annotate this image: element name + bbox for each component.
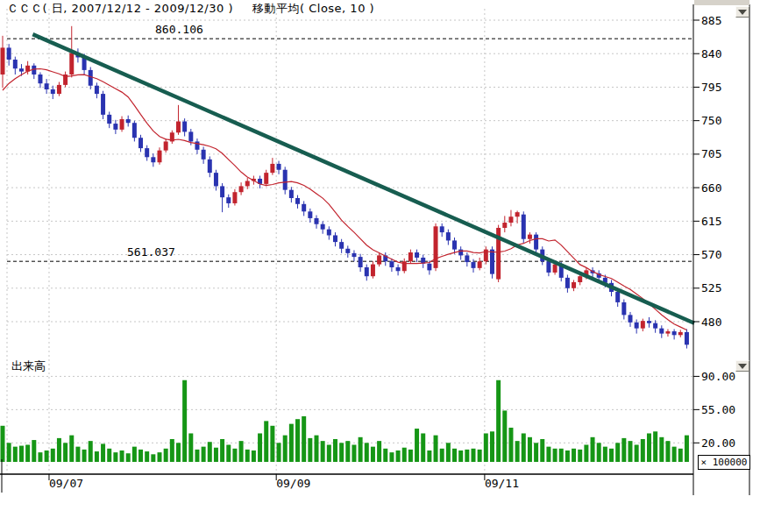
volume-bar [522,433,526,462]
volume-bar [647,433,651,462]
volume-bar [534,443,538,462]
volume-axis-label: 20.00 [701,437,735,449]
moving-average-line [3,69,686,330]
volume-bar [415,429,419,462]
volume-bar [158,452,162,462]
price-axis-label: 705 [701,148,721,160]
candle-body [321,224,325,230]
volume-bar [232,449,237,462]
volume-bar [132,447,137,462]
candle-body [678,332,683,335]
volume-bar [107,449,111,462]
candle-body [333,235,337,242]
candle-body [132,123,137,138]
volume-bar [283,436,288,462]
volume-bar [75,447,80,462]
volume-bar [321,441,325,462]
volume-bar [327,444,331,462]
candle-body [572,282,576,288]
volume-bar [151,454,155,462]
volume-bar [245,450,250,462]
volume-bar [496,380,501,462]
candle-body [176,122,181,133]
volume-bar [170,439,174,462]
candle-body [89,70,93,86]
volume-bar [63,443,67,462]
volume-bar [446,443,451,462]
date-axis-label: 09/07 [49,478,83,489]
candle-body [621,302,626,315]
volume-bar [434,436,438,462]
volume-bar [371,447,375,462]
axes-frame [0,4,749,495]
candle-body [7,47,11,60]
candle-body [659,329,664,334]
triangle-down-icon [738,10,747,15]
candle-body [120,119,124,130]
candle-body [220,186,224,197]
volume-bar [383,449,387,462]
candle-body [434,226,438,268]
gridlines [7,9,693,474]
price-axis-label: 615 [701,216,721,227]
volume-bar [578,450,582,462]
candle-body [151,157,155,162]
alert-line-label: 561.037 [127,246,175,258]
candle-body [308,211,312,218]
price-axis-label: 840 [701,48,721,60]
candle-body [377,255,381,264]
candle-body [578,276,582,282]
candle-body [452,240,457,249]
candle-body [245,181,250,186]
volume-bar [685,436,689,462]
candle-body [665,331,670,334]
volume-bar [277,443,281,462]
volume-bar [653,431,657,462]
volume-bar [672,447,677,462]
volume-axis-label: 55.00 [701,404,735,415]
volume-bar [472,449,476,462]
candle-body [528,235,532,239]
candle-body [553,265,557,273]
volume-bar [25,444,30,462]
price-axis-dropdown-button[interactable] [735,6,749,18]
candle-body [685,332,689,344]
candle-body [359,257,363,267]
volume-bar [315,436,319,462]
candle-body [408,252,413,261]
candle-body [327,230,331,236]
candle-body [472,262,476,268]
candle-body [182,122,187,132]
volume-bar [565,450,570,462]
volume-bar [478,450,482,462]
candle-body [515,212,520,216]
candle-body [615,292,620,302]
volume-bar [95,451,99,462]
volume-bar [490,431,494,462]
volume-bar [396,450,401,462]
volume-bar [615,443,620,462]
candle-body [107,115,111,124]
volume-bar [188,433,193,462]
candle-body [113,124,117,130]
price-axis-label: 525 [701,282,721,294]
triangle-down-icon [738,364,747,369]
volume-bar [333,439,337,462]
volume-bar [465,450,469,462]
candle-body [239,186,244,192]
candlestick-chart-canvas [0,0,767,532]
candle-body [202,150,206,160]
candle-body [502,223,507,228]
volume-bar [270,426,274,462]
candle-body [647,321,651,323]
volume-bar [408,450,413,462]
volume-bar [572,449,576,462]
volume-bar [308,438,312,462]
volume-axis-dropdown-button[interactable] [735,360,749,372]
candle-body [478,261,482,268]
candle-body [427,264,431,271]
volume-bar [57,438,61,462]
volume-bar [239,441,244,462]
candle-body [19,68,24,71]
volume-bar [389,452,394,462]
